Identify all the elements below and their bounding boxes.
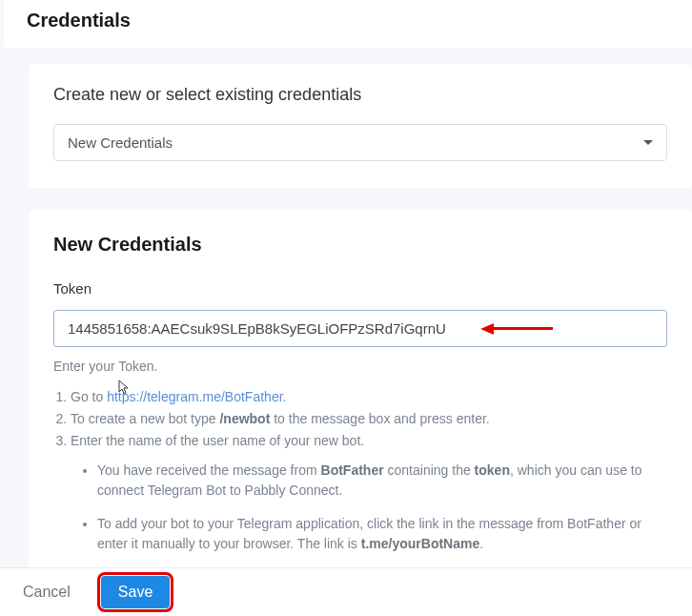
footer-actions: Cancel Save <box>0 567 692 616</box>
instruction-step-1: Go to https://telegram.me/BotFather. <box>71 387 667 407</box>
cancel-button[interactable]: Cancel <box>11 574 82 610</box>
select-credentials-card: Create new or select existing credential… <box>29 64 692 188</box>
page-title: Credentials <box>4 0 692 49</box>
credentials-select-value: New Credentials <box>68 134 173 151</box>
token-helper: Enter your Token. <box>53 359 667 374</box>
instruction-step-3: Enter the name of the user name of your … <box>71 431 667 554</box>
new-credentials-card: New Credentials Token Enter your Token. … <box>29 209 692 606</box>
token-label: Token <box>53 280 667 297</box>
new-credentials-title: New Credentials <box>53 234 667 256</box>
select-card-title: Create new or select existing credential… <box>53 85 667 105</box>
arrow-annotation <box>480 323 553 335</box>
botfather-link[interactable]: https://telegram.me/BotFather <box>107 389 282 404</box>
save-button[interactable]: Save <box>101 576 170 608</box>
instruction-step-2: To create a new bot type /newbot to the … <box>71 409 667 429</box>
credentials-select[interactable]: New Credentials <box>53 124 667 161</box>
instruction-bullet-2: To add your bot to your Telegram applica… <box>97 514 667 554</box>
instructions-list: Go to https://telegram.me/BotFather. To … <box>53 387 667 554</box>
token-input[interactable] <box>53 310 667 347</box>
instruction-bullet-1: You have received the message from BotFa… <box>97 461 667 501</box>
caret-down-icon <box>643 140 653 145</box>
